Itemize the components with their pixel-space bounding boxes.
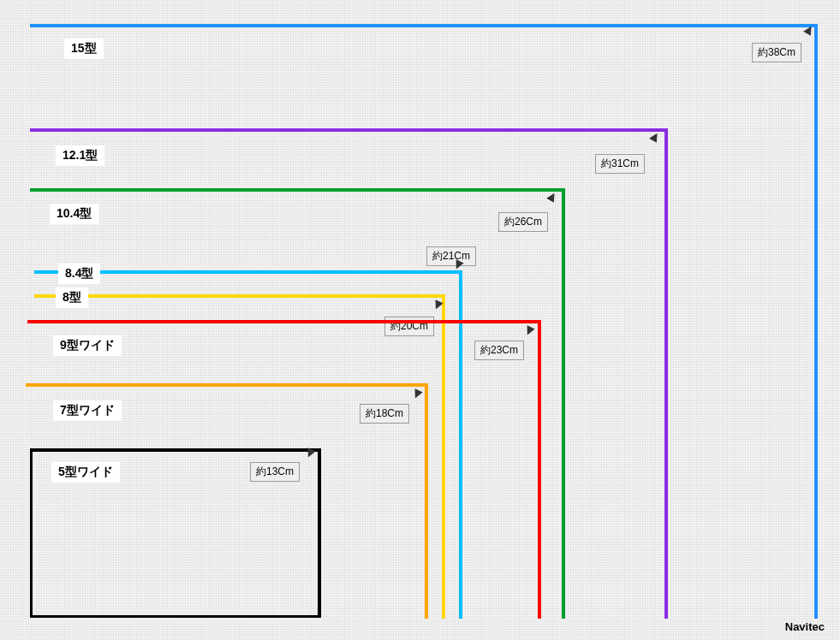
type-label-4: 8型 (56, 287, 88, 308)
type-label-3: 8.4型 (58, 264, 100, 284)
type-label-5: 9型ワイド (53, 335, 122, 356)
brand-label: Navitec (785, 620, 825, 633)
type-label-6: 7型ワイド (53, 400, 122, 421)
type-label-0: 15型 (64, 39, 104, 59)
type-label-1: 12.1型 (56, 145, 104, 166)
dim-label-3: 約21Cm (426, 246, 476, 266)
dim-label-7: 約13Cm (250, 462, 300, 482)
dim-label-5: 約23Cm (474, 341, 524, 360)
type-label-7: 5型ワイド (51, 462, 120, 483)
dim-label-0: 約38Cm (752, 43, 801, 62)
dim-label-1: 約31Cm (595, 154, 645, 174)
dim-label-6: 約18Cm (360, 404, 409, 424)
type-label-2: 10.4型 (50, 204, 98, 224)
dim-label-2: 約26Cm (498, 212, 548, 232)
